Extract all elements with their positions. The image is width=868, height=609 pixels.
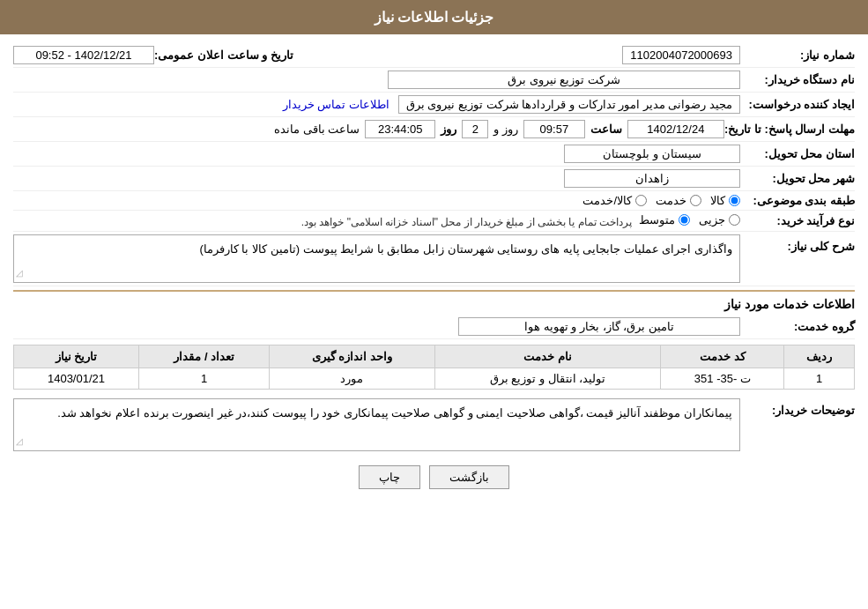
purchase-type-radio-partial[interactable]: [729, 214, 740, 226]
city-label: شهر محل تحویل:: [740, 172, 855, 185]
purchase-type-radio-medium[interactable]: [679, 214, 690, 226]
print-button[interactable]: چاپ: [359, 465, 420, 489]
cell-unit: مورد: [270, 368, 434, 390]
response-days-box: 2: [462, 120, 488, 138]
description-box: واگذاری اجرای عملیات جابجایی پایه های رو…: [13, 234, 740, 283]
description-row: شرح کلی نیاز: واگذاری اجرای عملیات جابجا…: [13, 232, 855, 286]
description-value: واگذاری اجرای عملیات جابجایی پایه های رو…: [13, 234, 740, 283]
services-divider: [13, 290, 855, 292]
province-box: سیستان و بلوچستان: [564, 145, 740, 163]
buyer-org-label: نام دستگاه خریدار:: [740, 73, 855, 86]
category-option-both[interactable]: کالا/خدمت: [582, 194, 647, 207]
announce-date-box: 1402/12/21 - 09:52: [13, 46, 154, 64]
services-section-title: اطلاعات خدمات مورد نیاز: [13, 297, 855, 311]
creator-row: ایجاد کننده درخواست: مجید رضوانی مدیر ام…: [13, 93, 855, 117]
category-row: طبقه بندی موضوعی: کالا خدمت کالا/خدمت: [13, 191, 855, 211]
resize-handle: ◿: [16, 266, 23, 280]
main-content: شماره نیاز: 1102004072000693 تاریخ و ساع…: [0, 34, 868, 509]
purchase-type-partial-label: جزیی: [699, 213, 725, 227]
category-option-goods[interactable]: کالا: [710, 194, 740, 207]
col-service-name: نام خدمت: [434, 345, 661, 368]
purchase-type-label: نوع فرآیند خرید:: [740, 214, 855, 227]
col-date: تاریخ نیاز: [14, 345, 139, 368]
category-option-service[interactable]: خدمت: [656, 194, 701, 207]
buyer-notes-resize-handle: ◿: [16, 434, 23, 449]
col-unit: واحد اندازه گیری: [270, 345, 434, 368]
footer-buttons: بازگشت چاپ: [13, 465, 855, 489]
service-group-box: تامین برق، گاز، بخار و تهویه هوا: [458, 317, 740, 336]
time-remaining-box: 23:44:05: [365, 120, 435, 138]
category-both-label: کالا/خدمت: [582, 194, 632, 207]
table-row: 1 ت -35- 351 تولید، انتقال و توزیع برق م…: [14, 368, 855, 390]
cell-service-name: تولید، انتقال و توزیع برق: [434, 368, 661, 390]
announce-date-label: تاریخ و ساعت اعلان عمومی:: [154, 48, 300, 62]
service-group-label: گروه خدمت:: [740, 320, 855, 333]
request-number-box: 1102004072000693: [622, 46, 740, 64]
category-goods-label: کالا: [710, 194, 725, 207]
request-number-label: شماره نیاز:: [740, 48, 855, 62]
request-number-value: 1102004072000693: [300, 46, 740, 64]
city-value: زاهدان: [13, 169, 740, 188]
description-label: شرح کلی نیاز:: [740, 234, 855, 253]
contact-link[interactable]: اطلاعات تماس خریدار: [283, 98, 389, 111]
day-word: روز: [441, 123, 456, 136]
province-label: استان محل تحویل:: [740, 147, 855, 160]
buyer-notes-box: پیمانکاران موظفند آنالیز قیمت ،گواهی صلا…: [13, 398, 740, 451]
purchase-type-option-partial[interactable]: جزیی: [699, 213, 740, 227]
time-label: ساعت: [590, 123, 622, 136]
category-value: کالا خدمت کالا/خدمت: [13, 194, 740, 207]
category-radio-service[interactable]: [690, 195, 701, 206]
province-value: سیستان و بلوچستان: [13, 145, 740, 163]
category-label: طبقه بندی موضوعی:: [740, 194, 855, 207]
buyer-org-row: نام دستگاه خریدار: شرکت توزیع نیروی برق: [13, 68, 855, 93]
purchase-type-row: نوع فرآیند خرید: جزیی متوسط پرداخت تمام …: [13, 211, 855, 232]
city-box: زاهدان: [564, 169, 740, 188]
page-title: جزئیات اطلاعات نیاز: [375, 10, 494, 25]
category-radio-goods[interactable]: [729, 195, 740, 206]
purchase-type-value: جزیی متوسط پرداخت تمام یا بخشی از مبلغ خ…: [13, 213, 740, 228]
response-time-box: 09:57: [523, 120, 585, 138]
services-table: ردیف کد خدمت نام خدمت واحد اندازه گیری ت…: [13, 345, 855, 390]
service-group-row: گروه خدمت: تامین برق، گاز، بخار و تهویه …: [13, 315, 855, 339]
cell-row-num: 1: [784, 368, 855, 390]
day-label: روز و: [493, 123, 518, 136]
buyer-org-value: شرکت توزیع نیروی برق: [13, 71, 740, 89]
description-text: واگذاری اجرای عملیات جابجایی پایه های رو…: [200, 242, 732, 256]
announce-date-value: 1402/12/21 - 09:52: [13, 46, 154, 64]
col-row-num: ردیف: [784, 345, 855, 368]
response-date-box: 1402/12/24: [627, 120, 724, 138]
buyer-notes-text: پیمانکاران موظفند آنالیز قیمت ،گواهی صلا…: [57, 406, 732, 420]
purchase-type-radio-group: جزیی متوسط: [639, 213, 740, 227]
province-row: استان محل تحویل: سیستان و بلوچستان: [13, 142, 855, 167]
request-number-row: شماره نیاز: 1102004072000693 تاریخ و ساع…: [13, 43, 855, 68]
buyer-notes-row: توضیحات خریدار: پیمانکاران موظفند آنالیز…: [13, 395, 855, 455]
table-header-row: ردیف کد خدمت نام خدمت واحد اندازه گیری ت…: [14, 345, 855, 368]
buyer-org-box: شرکت توزیع نیروی برق: [388, 71, 740, 89]
category-radio-both[interactable]: [635, 195, 647, 206]
response-deadline-label: مهلت ارسال پاسخ: تا تاریخ:: [724, 123, 855, 136]
cell-quantity: 1: [138, 368, 269, 390]
purchase-type-medium-label: متوسط: [639, 213, 675, 227]
creator-label: ایجاد کننده درخواست:: [740, 98, 855, 111]
purchase-type-note: پرداخت تمام یا بخشی از مبلغ خریدار از مح…: [301, 213, 632, 228]
page-container: جزئیات اطلاعات نیاز شماره نیاز: 11020040…: [0, 0, 868, 609]
cell-date: 1403/01/21: [14, 368, 139, 390]
response-deadline-value: 1402/12/24 ساعت 09:57 روز و 2 روز 23:44:…: [13, 120, 724, 138]
col-quantity: تعداد / مقدار: [138, 345, 269, 368]
back-button[interactable]: بازگشت: [429, 465, 509, 489]
service-group-value: تامین برق، گاز، بخار و تهویه هوا: [13, 317, 740, 336]
category-radio-group: کالا خدمت کالا/خدمت: [13, 194, 740, 207]
col-service-code: کد خدمت: [661, 345, 784, 368]
cell-service-code: ت -35- 351: [661, 368, 784, 390]
remaining-hours-label: ساعت باقی مانده: [274, 123, 360, 136]
response-deadline-row: مهلت ارسال پاسخ: تا تاریخ: 1402/12/24 سا…: [13, 117, 855, 142]
purchase-type-option-medium[interactable]: متوسط: [639, 213, 690, 227]
buyer-notes-value: پیمانکاران موظفند آنالیز قیمت ،گواهی صلا…: [13, 398, 740, 451]
page-header: جزئیات اطلاعات نیاز: [0, 0, 868, 34]
category-service-label: خدمت: [656, 194, 686, 207]
buyer-notes-label: توضیحات خریدار:: [740, 398, 855, 417]
creator-value-area: مجید رضوانی مدیر امور تدارکات و قرارداده…: [13, 95, 740, 114]
creator-value-box: مجید رضوانی مدیر امور تدارکات و قرارداده…: [398, 95, 740, 114]
city-row: شهر محل تحویل: زاهدان: [13, 167, 855, 191]
